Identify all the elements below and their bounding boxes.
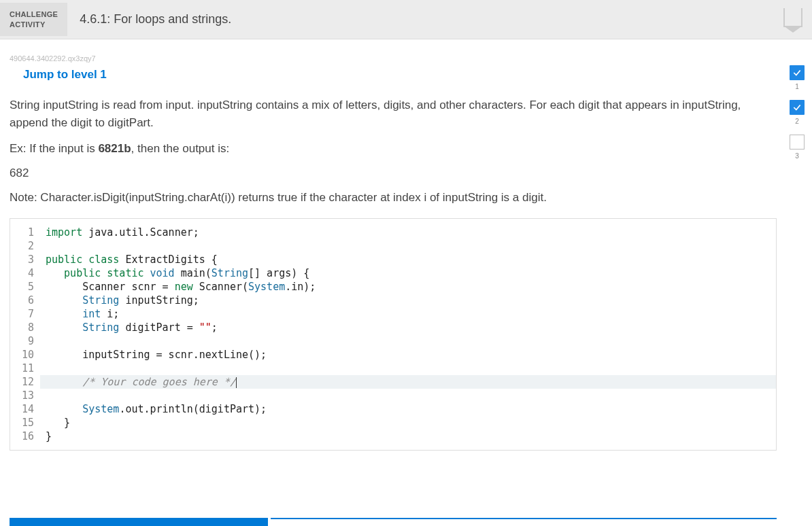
example-prefix: Ex: If the input is xyxy=(10,142,98,155)
line-number: 5 xyxy=(14,280,34,294)
example-line: Ex: If the input is 6821b, then the outp… xyxy=(10,142,777,156)
code-line[interactable]: int i; xyxy=(46,307,771,321)
code-line[interactable]: Scanner scnr = new Scanner(System.in); xyxy=(46,280,771,294)
challenge-label-line2: ACTIVITY xyxy=(10,20,58,29)
line-number: 15 xyxy=(14,416,34,429)
instruction-main: String inputString is read from input. i… xyxy=(10,97,777,131)
code-line[interactable]: import java.util.Scanner; xyxy=(46,226,771,239)
line-number: 2 xyxy=(14,239,34,253)
level-number: 1 xyxy=(795,83,799,90)
level-panel: 123 xyxy=(786,39,812,457)
bottom-progress xyxy=(0,518,786,526)
jump-to-level-link[interactable]: Jump to level 1 xyxy=(23,68,107,82)
line-number: 9 xyxy=(14,334,34,348)
line-number: 11 xyxy=(14,362,34,375)
instruction-note: Note: Character.isDigit(inputString.char… xyxy=(10,191,777,205)
code-line[interactable] xyxy=(46,334,771,348)
code-line[interactable]: String inputString; xyxy=(46,294,771,307)
check-icon xyxy=(792,103,802,112)
header-bar: CHALLENGE ACTIVITY 4.6.1: For loops and … xyxy=(0,0,812,39)
line-number: 14 xyxy=(14,402,34,416)
line-number: 8 xyxy=(14,321,34,334)
level-check-badge[interactable] xyxy=(790,100,805,115)
level-empty-badge[interactable] xyxy=(790,135,805,150)
main-content: 490644.3402292.qx3zqy7 Jump to level 1 S… xyxy=(0,39,786,457)
hash-text: 490644.3402292.qx3zqy7 xyxy=(10,54,777,63)
example-input: 6821b xyxy=(98,142,131,155)
example-suffix: , then the output is: xyxy=(131,142,230,155)
code-line[interactable]: String digitPart = ""; xyxy=(46,321,771,334)
code-line[interactable]: /* Your code goes here */ xyxy=(40,375,776,389)
line-number: 4 xyxy=(14,266,34,280)
code-line[interactable]: System.out.println(digitPart); xyxy=(46,402,771,416)
line-number: 6 xyxy=(14,294,34,307)
line-number: 12 xyxy=(14,375,34,389)
line-number: 1 xyxy=(14,226,34,239)
line-number: 10 xyxy=(14,348,34,362)
code-body[interactable]: import java.util.Scanner;public class Ex… xyxy=(40,219,776,450)
level-number: 3 xyxy=(795,152,799,160)
progress-unfilled xyxy=(271,518,777,526)
challenge-title: 4.6.1: For loops and strings. xyxy=(67,12,243,27)
line-number: 7 xyxy=(14,307,34,321)
progress-filled xyxy=(10,518,268,526)
level-number: 2 xyxy=(795,118,799,125)
level-check-badge[interactable] xyxy=(790,65,805,80)
line-number: 3 xyxy=(14,253,34,266)
example-output: 682 xyxy=(10,166,777,180)
code-editor[interactable]: 12345678910111213141516 import java.util… xyxy=(10,218,777,451)
code-gutter: 12345678910111213141516 xyxy=(10,219,40,450)
challenge-activity-label: CHALLENGE ACTIVITY xyxy=(0,3,67,36)
check-icon xyxy=(792,68,802,77)
code-line[interactable]: } xyxy=(46,429,771,443)
line-number: 16 xyxy=(14,429,34,443)
code-line[interactable]: public class ExtractDigits { xyxy=(46,253,771,266)
code-line[interactable] xyxy=(46,389,771,402)
code-line[interactable]: } xyxy=(46,416,771,429)
code-line[interactable]: public static void main(String[] args) { xyxy=(46,266,771,280)
code-line[interactable] xyxy=(46,239,771,253)
code-line[interactable]: inputString = scnr.nextLine(); xyxy=(46,348,771,362)
shield-icon xyxy=(783,8,802,31)
challenge-label-line1: CHALLENGE xyxy=(10,10,58,19)
code-line[interactable] xyxy=(46,362,771,375)
line-number: 13 xyxy=(14,389,34,402)
